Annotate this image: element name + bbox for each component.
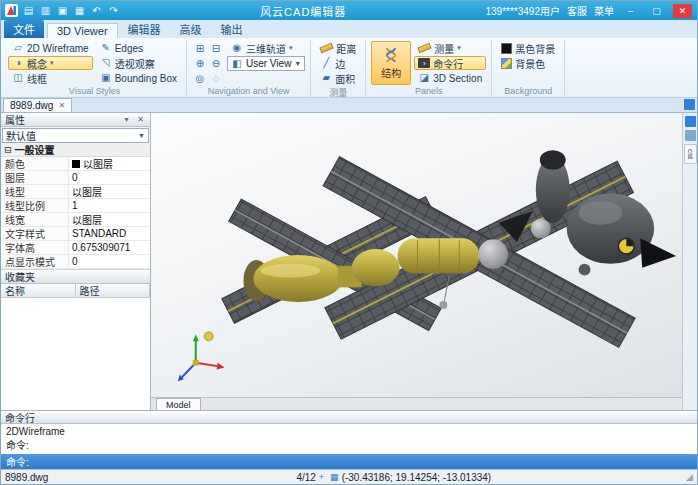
view-options-icon[interactable] (685, 130, 696, 141)
command-history-line: 命令: (6, 439, 692, 453)
group-label: Visual Styles (8, 86, 181, 97)
property-label: 图层 (1, 171, 69, 184)
column-header-path[interactable]: 路径 (76, 284, 151, 297)
command-input[interactable]: 命令: (1, 454, 697, 469)
free-orbit-icon[interactable]: ◌ (208, 71, 224, 86)
property-value[interactable]: 以图层 (69, 157, 150, 170)
button-label: 命令行 (433, 56, 463, 71)
sun-marker (204, 332, 213, 341)
property-category-row[interactable]: ⊟ 一般设置 (1, 143, 150, 157)
button-label: 线框 (27, 71, 47, 86)
value-text: 以图层 (72, 212, 102, 227)
button-conceptual-style[interactable]: ◑ 概念 ▾ (8, 56, 93, 70)
favorites-column-headers: 名称 路径 (1, 284, 150, 298)
button-wireframe-style[interactable]: ◫ 线框 (8, 71, 93, 85)
view-preset-select[interactable]: ◧ User View ▼ (227, 56, 305, 71)
tab-editor[interactable]: 编辑器 (119, 20, 170, 38)
redo-icon[interactable]: ↷ (106, 4, 121, 18)
pin-icon[interactable]: ▾ (121, 115, 132, 124)
print-icon[interactable]: ▦ (72, 4, 87, 18)
property-row: 线宽 以图层 (1, 213, 150, 227)
property-value[interactable]: 以图层 (69, 185, 150, 198)
panel-toggle-icon[interactable] (684, 99, 695, 110)
button-measure-distance[interactable]: 距离 (316, 41, 360, 55)
button-label: 距离 (336, 41, 356, 56)
new-icon[interactable]: ▤ (21, 4, 36, 18)
column-header-name[interactable]: 名称 (1, 284, 76, 297)
button-background-color[interactable]: 背景色 (497, 56, 559, 70)
property-preset-select[interactable]: 默认值 ▼ (2, 128, 149, 143)
undo-icon[interactable]: ↶ (89, 4, 104, 18)
titlebar: ▤ ▥ ▣ ▦ ↶ ↷ 风云CAD编辑器 139****3492用户 客服 菜单… (1, 1, 697, 20)
collapsed-panel-tab[interactable]: cst (684, 144, 697, 164)
panel-toggle-icon[interactable] (685, 116, 696, 127)
button-label: Edges (115, 43, 143, 54)
section-icon: ◪ (418, 72, 430, 84)
tab-output[interactable]: 输出 (212, 20, 252, 38)
pan-icon[interactable]: ⊞ (192, 41, 208, 56)
value-text: STANDARD (72, 228, 126, 239)
antenna-sphere (439, 301, 447, 309)
collapse-icon[interactable]: ⊟ (4, 145, 12, 155)
property-value[interactable]: STANDARD (69, 227, 150, 240)
model-space-tab[interactable]: Model (156, 398, 201, 410)
save-icon[interactable]: ▣ (55, 4, 70, 18)
property-value[interactable]: 0 (69, 255, 150, 268)
properties-panel: 属性 ▾ ✕ 默认值 ▼ ⊟ 一般设置 颜色 以图层 (1, 113, 151, 410)
tab-advanced[interactable]: 高级 (171, 20, 211, 38)
button-perspective[interactable]: ◹ 透视观察 (96, 56, 181, 70)
capsule-highlight (260, 264, 320, 278)
favorites-list[interactable] (1, 298, 150, 410)
close-button[interactable]: ✕ (673, 4, 692, 18)
button-bounding-box[interactable]: ▣ Bounding Box (96, 71, 181, 85)
property-row: 图层 0 (1, 171, 150, 185)
button-structure-panel[interactable]: 结构 (371, 41, 411, 85)
zoom-extents-icon[interactable]: ◎ (192, 71, 208, 86)
property-row: 颜色 以图层 (1, 157, 150, 171)
favorites-panel-header: 收藏夹 (1, 270, 150, 284)
maximize-button[interactable]: ▢ (647, 4, 666, 18)
viewport-container: Model (151, 113, 682, 410)
property-value[interactable]: 0 (69, 171, 150, 184)
button-label: 透视观察 (115, 56, 155, 71)
grid-toggle-icon[interactable]: ▦ (330, 472, 339, 482)
crosshair-icon[interactable]: + (319, 472, 324, 482)
open-icon[interactable]: ▥ (38, 4, 53, 18)
zoom-window-icon[interactable]: ⊟ (208, 41, 224, 56)
right-toolbar-strip: cst (682, 113, 697, 410)
support-link[interactable]: 客服 (567, 3, 587, 18)
close-panel-icon[interactable]: ✕ (135, 115, 146, 124)
perspective-icon: ◹ (100, 57, 112, 69)
minimize-button[interactable]: – (621, 4, 640, 18)
viewport-canvas[interactable] (151, 113, 682, 397)
button-3d-section[interactable]: ◪ 3D Section (414, 71, 486, 85)
button-command-line-panel[interactable]: › 命令行 (414, 56, 486, 70)
tab-file[interactable]: 文件 (4, 20, 44, 38)
menu-link[interactable]: 菜单 (594, 3, 614, 18)
selected-view-value: User View (246, 58, 291, 69)
main-area: 属性 ▾ ✕ 默认值 ▼ ⊟ 一般设置 颜色 以图层 (1, 113, 697, 410)
property-value[interactable]: 以图层 (69, 213, 150, 226)
button-measure-edge[interactable]: ╱ 边 (316, 56, 360, 70)
favorites-panel-title: 收藏夹 (5, 269, 35, 284)
button-measure-panel[interactable]: 测量 ▾ (414, 41, 486, 55)
property-value[interactable]: 1 (69, 199, 150, 212)
resize-grip[interactable]: ◢ (686, 472, 693, 482)
app-logo[interactable] (4, 4, 19, 18)
black-swatch-icon (501, 43, 512, 54)
tab-3d-viewer[interactable]: 3D Viewer (47, 23, 118, 38)
property-value[interactable]: 0.675309071 (69, 241, 150, 254)
zoom-out-icon[interactable]: ⊖ (208, 56, 224, 71)
button-measure-area[interactable]: ▰ 面积 (316, 71, 360, 85)
chevron-down-icon: ▾ (50, 59, 54, 67)
close-tab-icon[interactable]: ✕ (58, 101, 65, 110)
button-3d-orbit[interactable]: ◉ 三维轨道 ▾ (227, 41, 305, 55)
button-edges[interactable]: ✎ Edges (96, 41, 181, 55)
conceptual-icon: ◑ (12, 57, 24, 69)
ucs-axis-icon (178, 334, 225, 381)
button-2d-wireframe[interactable]: ▱ 2D Wireframe (8, 41, 93, 55)
document-tab[interactable]: 8989.dwg ✕ (3, 98, 72, 112)
zoom-in-icon[interactable]: ⊕ (192, 56, 208, 71)
ruler-icon (320, 43, 334, 53)
button-black-background[interactable]: 黑色背景 (497, 41, 559, 55)
